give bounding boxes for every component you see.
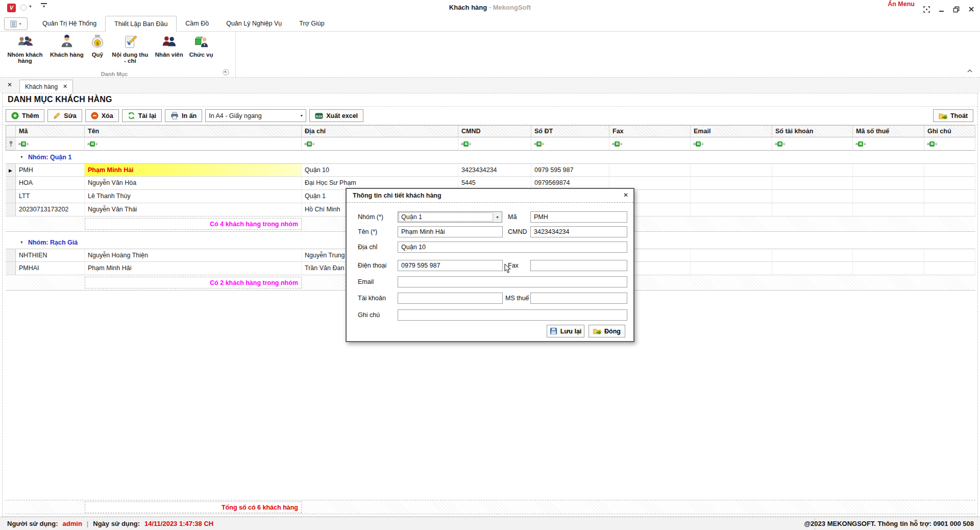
collapse-triangle-icon[interactable]: ▼: [20, 240, 23, 244]
grid-cell[interactable]: [772, 190, 853, 203]
export-excel-button[interactable]: XLSX Xuất excel: [309, 109, 363, 122]
chevron-down-icon[interactable]: ▼: [493, 212, 502, 222]
filter-cell[interactable]: aBc: [924, 137, 975, 151]
application-menu-button[interactable]: ▼: [4, 17, 28, 30]
print-button[interactable]: In ấn: [165, 109, 202, 122]
ribbon-tab[interactable]: Quản Trị Hệ Thống: [34, 15, 105, 31]
column-header[interactable]: CMND: [458, 125, 531, 137]
column-header[interactable]: Số tài khoản: [772, 125, 853, 137]
grid-cell[interactable]: 0979 595 987: [531, 163, 609, 177]
ribbon-item[interactable]: Nội dung thu - chi: [108, 33, 152, 65]
filter-cell[interactable]: aBc: [302, 137, 458, 151]
grid-cell[interactable]: Nguyễn Văn Thái: [85, 203, 302, 216]
grid-cell[interactable]: [691, 190, 772, 203]
close-tab-icon[interactable]: ✕: [63, 83, 67, 90]
filter-cell[interactable]: aBc: [531, 137, 609, 151]
delete-button[interactable]: Xóa: [85, 109, 119, 122]
address-input[interactable]: [398, 242, 627, 253]
grid-cell[interactable]: [691, 203, 772, 216]
group-dialog-launcher-icon[interactable]: [223, 68, 229, 78]
ribbon-item[interactable]: Nhân viên: [152, 33, 186, 59]
grid-cell[interactable]: [772, 203, 853, 216]
grid-cell[interactable]: [853, 177, 924, 190]
account-input[interactable]: [398, 293, 503, 304]
grid-cell[interactable]: PMH: [16, 163, 85, 177]
print-format-select[interactable]: In A4 - Giấy ngang ▼: [205, 109, 306, 122]
grid-cell[interactable]: [853, 190, 924, 203]
dialog-close-icon[interactable]: ✕: [623, 191, 628, 199]
grid-cell[interactable]: 20230713173202: [16, 203, 85, 216]
phone-input[interactable]: [398, 260, 503, 271]
grid-cell[interactable]: [924, 203, 975, 216]
grid-cell[interactable]: [609, 163, 691, 177]
grid-cell[interactable]: [924, 262, 975, 275]
grid-cell[interactable]: Phạm Minh Hải: [85, 163, 302, 177]
ribbon-item[interactable]: Chức vụ: [186, 33, 216, 59]
grid-cell[interactable]: HOA: [16, 177, 85, 190]
grid-cell[interactable]: Nguyễn Hoàng Thiện: [85, 249, 302, 262]
save-button[interactable]: Lưu lại: [547, 325, 584, 338]
grid-cell[interactable]: NHTHIEN: [16, 249, 85, 262]
fullscreen-icon[interactable]: [923, 6, 930, 13]
grid-cell[interactable]: [924, 163, 975, 177]
edit-button[interactable]: Sửa: [47, 109, 82, 122]
add-button[interactable]: Thêm: [6, 109, 44, 122]
column-header[interactable]: Ghi chú: [924, 125, 975, 137]
column-header[interactable]: Fax: [609, 125, 691, 137]
grid-cell[interactable]: [853, 163, 924, 177]
reload-button[interactable]: Tải lại: [122, 109, 162, 122]
grid-cell[interactable]: [924, 177, 975, 190]
tab-khach-hang[interactable]: Khách hàng ✕: [19, 80, 73, 93]
grid-cell[interactable]: LTT: [16, 190, 85, 203]
grid-cell[interactable]: [853, 262, 924, 275]
grid-cell[interactable]: Quận 10: [302, 163, 458, 177]
ribbon-item[interactable]: Khách hàng: [47, 33, 87, 59]
restore-icon[interactable]: [952, 6, 960, 13]
grid-cell[interactable]: [853, 203, 924, 216]
ribbon-tab[interactable]: Trợ Giúp: [290, 15, 333, 31]
fax-input[interactable]: [530, 260, 627, 271]
hide-menu-link[interactable]: Ẩn Menu: [888, 1, 915, 8]
filter-cell[interactable]: aBc: [16, 137, 85, 151]
filter-cell[interactable]: aBc: [609, 137, 691, 151]
grid-cell[interactable]: [772, 163, 853, 177]
grid-cell[interactable]: [691, 249, 772, 262]
ribbon-item[interactable]: Nhóm khách hàng: [3, 33, 47, 65]
close-document-button[interactable]: ✕: [7, 81, 12, 88]
grid-cell[interactable]: [772, 262, 853, 275]
group-row[interactable]: ▼Nhóm: Quận 1: [6, 151, 975, 163]
grid-cell[interactable]: PMHAI: [16, 262, 85, 275]
filter-cell[interactable]: aBc: [853, 137, 924, 151]
grid-cell[interactable]: [691, 163, 772, 177]
ribbon-tab[interactable]: Thiết Lập Ban Đầu: [105, 16, 177, 32]
note-input[interactable]: [398, 309, 627, 321]
minimize-icon[interactable]: [938, 6, 945, 13]
close-icon[interactable]: [967, 6, 975, 13]
column-header[interactable]: Mã số thuế: [853, 125, 924, 137]
grid-cell[interactable]: [924, 190, 975, 203]
email-input[interactable]: [398, 276, 627, 287]
ribbon-tab[interactable]: Quản Lý Nghiệp Vụ: [217, 15, 290, 31]
grid-cell[interactable]: [924, 249, 975, 262]
grid-cell[interactable]: [772, 249, 853, 262]
column-header[interactable]: Tên: [85, 125, 302, 137]
filter-cell[interactable]: aBc: [691, 137, 772, 151]
column-header[interactable]: Mã: [16, 125, 85, 137]
close-button[interactable]: Đóng: [589, 325, 625, 338]
grid-row[interactable]: ▶PMHPhạm Minh HảiQuận 1034234342340979 5…: [6, 163, 975, 177]
filter-cell[interactable]: aBc: [772, 137, 853, 151]
code-input[interactable]: [530, 211, 627, 223]
grid-cell[interactable]: Nguyễn Văn Hòa: [85, 177, 302, 190]
grid-cell[interactable]: 3423434234: [458, 163, 531, 177]
ribbon-tab[interactable]: Cầm Đồ: [177, 15, 217, 31]
filter-cell[interactable]: aBc: [458, 137, 531, 151]
collapse-triangle-icon[interactable]: ▼: [20, 155, 23, 159]
grid-cell[interactable]: [691, 262, 772, 275]
taxcode-input[interactable]: [530, 293, 627, 304]
grid-cell[interactable]: [853, 249, 924, 262]
column-header[interactable]: Email: [691, 125, 772, 137]
idcard-input[interactable]: [530, 226, 627, 237]
group-combo[interactable]: Quận 1 ▼: [398, 211, 502, 223]
exit-button[interactable]: Thoát: [933, 109, 973, 122]
ribbon-item[interactable]: $ Quỹ: [87, 33, 108, 59]
